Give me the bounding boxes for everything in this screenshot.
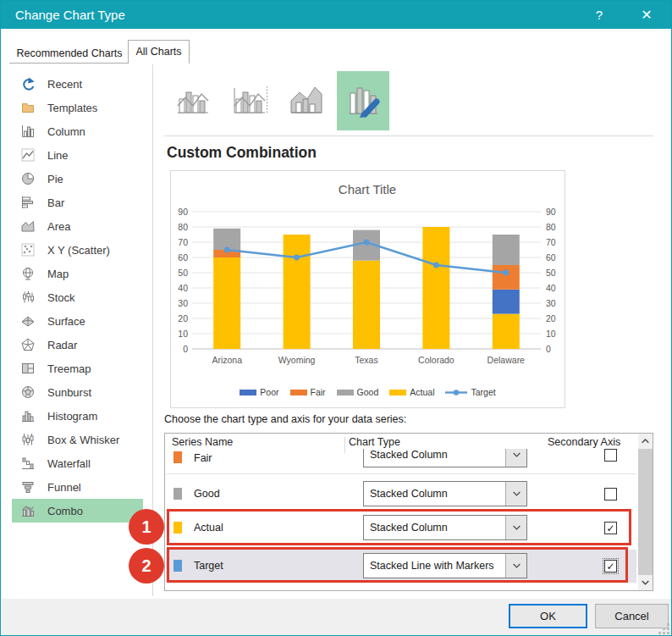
chart-type-dropdown-fair[interactable]: Stacked Column	[363, 449, 527, 467]
close-icon[interactable]: ✕	[627, 1, 666, 29]
sidebar-item-funnel[interactable]: Funnel	[1, 475, 152, 499]
sidebar-item-box-whisker[interactable]: Box & Whisker	[1, 428, 152, 451]
titlebar: Change Chart Type ? ✕	[1, 1, 671, 29]
subtype-divider	[164, 135, 653, 136]
svg-text:30: 30	[178, 298, 188, 308]
row-separator	[166, 473, 636, 474]
svg-text:40: 40	[546, 283, 556, 293]
scroll-up-icon[interactable]	[638, 434, 653, 449]
dropdown-chevron-icon[interactable]	[505, 482, 526, 506]
sidebar-item-radar[interactable]: Radar	[1, 333, 152, 357]
sidebar-item-line[interactable]: Line	[1, 143, 152, 167]
tab-recommended-charts[interactable]: Recommended Charts	[11, 45, 128, 63]
chart-type-value: Stacked Column	[370, 449, 448, 461]
annotation-badge-1: 1	[129, 509, 164, 545]
secondary-axis-checkbox-fair[interactable]	[604, 449, 617, 462]
svg-text:30: 30	[546, 298, 556, 308]
sidebar-item-label: Area	[47, 220, 70, 233]
table-scrollbar[interactable]	[638, 434, 653, 590]
treemap-icon	[20, 361, 36, 376]
clipped-dropdown-wrap: Stacked Column	[363, 449, 527, 468]
legend-color-swatch	[240, 390, 256, 395]
legend-line-swatch	[445, 389, 467, 396]
funnel-icon	[20, 479, 36, 495]
combo-subtype-row	[167, 71, 394, 130]
legend-item-poor: Poor	[240, 387, 278, 397]
svg-text:Chart Title: Chart Title	[339, 182, 396, 196]
series-table-intro: Choose the chart type and axis for your …	[164, 413, 406, 425]
sidebar-item-recent[interactable]: Recent	[1, 72, 152, 96]
sidebar-item-label: X Y (Scatter)	[47, 244, 110, 257]
sidebar-item-area[interactable]: Area	[1, 214, 152, 238]
clustered-column-line-secondary-axis-icon	[230, 80, 269, 122]
dialog-title: Change Chart Type	[15, 8, 125, 22]
stock-icon	[20, 290, 36, 305]
help-icon[interactable]: ?	[583, 1, 615, 29]
sidebar-item-templates[interactable]: Templates	[1, 96, 152, 119]
sidebar-item-stock[interactable]: Stock	[1, 285, 152, 309]
svg-text:Colorado: Colorado	[418, 355, 454, 365]
svg-text:90: 90	[178, 207, 188, 217]
sidebar-item-surface[interactable]: Surface	[1, 309, 152, 333]
sidebar-item-label: Recent	[47, 78, 82, 91]
legend-item-good: Good	[337, 387, 379, 397]
sidebar-item-x-y-scatter[interactable]: X Y (Scatter)	[1, 238, 152, 262]
sidebar-item-bar[interactable]: Bar	[1, 191, 152, 214]
pie-icon	[20, 171, 36, 186]
sidebar-item-label: Templates	[47, 102, 97, 114]
combo-icon	[20, 503, 36, 518]
svg-text:20: 20	[178, 313, 188, 324]
svg-text:Texas: Texas	[355, 355, 377, 365]
line-icon	[20, 147, 36, 163]
series-name-fair: Fair	[194, 445, 212, 471]
subtype-clustered-column-line[interactable]	[167, 71, 219, 130]
sidebar-item-label: Waterfall	[47, 457, 91, 470]
sidebar-item-map[interactable]: Map	[1, 262, 152, 285]
col-header-secondary-axis: Secondary Axis	[548, 436, 620, 448]
surface-icon	[20, 313, 36, 329]
sidebar-item-sunburst[interactable]: Sunburst	[1, 380, 152, 404]
chart-type-dropdown-good[interactable]: Stacked Column	[363, 481, 527, 506]
sidebar-item-label: Column	[47, 125, 85, 138]
secondary-axis-checkbox-good[interactable]	[604, 488, 617, 501]
svg-text:90: 90	[546, 207, 556, 217]
sidebar-item-histogram[interactable]: Histogram	[1, 404, 152, 428]
svg-text:70: 70	[546, 237, 556, 247]
sidebar-item-label: Histogram	[47, 410, 97, 423]
box-whisker-icon	[20, 432, 36, 447]
sidebar-item-label: Funnel	[47, 481, 81, 494]
legend-color-swatch	[389, 390, 406, 395]
svg-text:60: 60	[546, 252, 556, 263]
radar-icon	[20, 337, 36, 352]
svg-text:80: 80	[178, 222, 188, 232]
sidebar-item-column[interactable]: Column	[1, 119, 152, 143]
scrollbar-thumb[interactable]	[638, 449, 653, 575]
sidebar-item-label: Line	[47, 149, 69, 162]
resize-grip[interactable]	[658, 622, 669, 634]
annotation-badge-2: 2	[129, 548, 164, 583]
subtype-clustered-column-line-secondary-axis[interactable]	[223, 71, 276, 130]
sidebar-item-label: Box & Whisker	[47, 434, 119, 446]
scroll-down-icon[interactable]	[638, 575, 653, 590]
svg-text:10: 10	[178, 329, 188, 339]
sidebar-item-waterfall[interactable]: Waterfall	[1, 451, 152, 475]
svg-text:20: 20	[546, 313, 556, 324]
stacked-area-clustered-column-icon	[287, 80, 326, 122]
ok-button[interactable]: OK	[509, 604, 587, 628]
subtype-stacked-area-clustered-column[interactable]	[280, 71, 333, 130]
clustered-column-line-icon	[174, 80, 212, 122]
tab-all-charts[interactable]: All Charts	[128, 40, 190, 64]
dropdown-chevron-icon[interactable]	[505, 449, 526, 467]
svg-text:40: 40	[178, 283, 188, 293]
subtype-custom-combination[interactable]	[337, 71, 389, 130]
sidebar-item-label: Combo	[47, 505, 83, 517]
column-icon	[20, 124, 36, 139]
legend-label: Target	[471, 387, 495, 397]
svg-text:0: 0	[183, 344, 188, 354]
sidebar-item-combo[interactable]: Combo	[12, 499, 143, 523]
sidebar-item-treemap[interactable]: Treemap	[1, 357, 152, 380]
recent-icon	[20, 76, 36, 91]
sidebar-item-pie[interactable]: Pie	[1, 167, 152, 191]
svg-text:50: 50	[546, 268, 556, 278]
custom-combination-icon	[344, 80, 383, 122]
